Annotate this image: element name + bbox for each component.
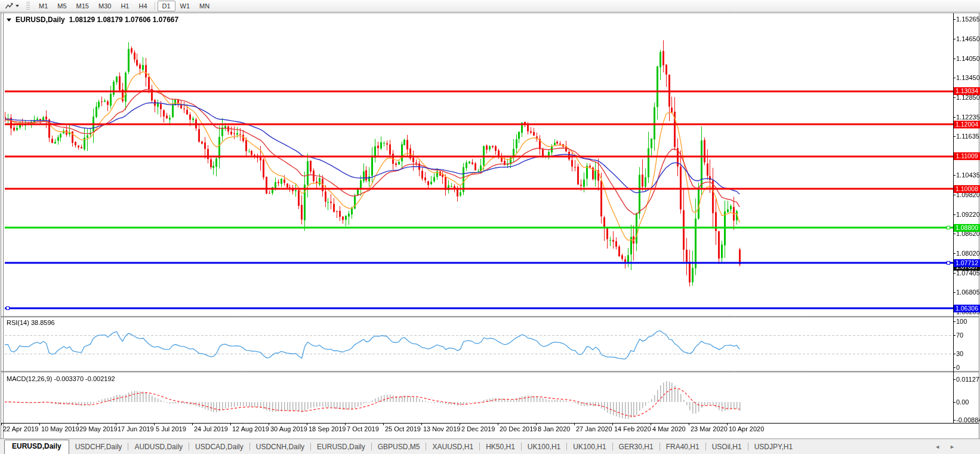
date-axis-label: 5 Jul 2019 xyxy=(156,425,186,432)
date-axis-label: 8 Jan 2020 xyxy=(538,425,570,432)
chart-tabs: EURUSD,DailyUSDCHF,DailyAUDUSD,DailyUSDC… xyxy=(4,440,799,454)
date-axis-label: 27 Jan 2020 xyxy=(576,425,612,432)
date-axis-label: 20 Dec 2019 xyxy=(500,425,537,432)
timeframe-toolbar: M1M5M15M30H1H4D1W1MN xyxy=(0,0,980,12)
timeframe-button-h1[interactable]: H1 xyxy=(116,1,134,11)
price-axis-label: 1.09220 xyxy=(956,211,980,218)
level-drag-handle[interactable] xyxy=(947,261,950,265)
date-axis-label: 25 Oct 2019 xyxy=(385,425,421,432)
timeframe-button-m15[interactable]: M15 xyxy=(72,1,94,11)
rsi-axis-label: 100 xyxy=(956,318,967,325)
date-axis-label: 10 May 2019 xyxy=(41,425,79,432)
date-axis-label: 18 Sep 2019 xyxy=(309,425,346,432)
chart-tab-usdchf-daily[interactable]: USDCHF,Daily xyxy=(69,440,128,454)
level-price-label[interactable]: 1.12004 xyxy=(954,121,980,128)
level-price-label[interactable]: 1.07712 xyxy=(954,259,980,267)
level-price-label[interactable]: 1.10008 xyxy=(954,185,980,193)
timeframe-button-d1[interactable]: D1 xyxy=(158,1,175,11)
chart-tab-usdcnh-daily[interactable]: USDCNH,Daily xyxy=(250,440,310,454)
chart-tab-fra40-h1[interactable]: FRA40,H1 xyxy=(660,440,705,454)
price-axis-label: 1.13450 xyxy=(956,74,980,81)
chart-title: EURUSD,Daily 1.08129 1.08179 1.07606 1.0… xyxy=(7,16,178,24)
level-price-label[interactable]: 1.08800 xyxy=(954,224,980,232)
price-axis-label: 1.14650 xyxy=(956,35,980,42)
toolbar-grip xyxy=(26,2,30,10)
chevron-down-icon[interactable] xyxy=(16,5,19,7)
rsi-indicator-label: RSI(14) 38.8596 xyxy=(7,319,55,326)
date-axis-label: 24 Jul 2019 xyxy=(194,425,228,432)
trading-terminal: M1M5M15M30H1H4D1W1MN EURUSD,Daily 1.0812… xyxy=(0,0,980,454)
date-axis-label: 7 Oct 2019 xyxy=(347,425,379,432)
tab-scroll-arrows: ◄ ► xyxy=(935,444,980,454)
tab-scroll-right-icon[interactable]: ► xyxy=(950,444,955,450)
chart-line-tool-icon xyxy=(5,2,14,10)
chart-tab-gbpusd-m5[interactable]: GBPUSD,M5 xyxy=(372,440,426,454)
chart-tab-uk100-h1[interactable]: UK100,H1 xyxy=(567,440,612,454)
price-axis-label: 1.08020 xyxy=(956,250,980,257)
date-axis-label: 12 Aug 2019 xyxy=(232,425,269,432)
date-axis-label: 30 Aug 2019 xyxy=(270,425,307,432)
date-axis-label: 22 Apr 2019 xyxy=(3,425,38,432)
chart-tab-usdcad-daily[interactable]: USDCAD,Daily xyxy=(189,440,249,454)
price-axis-label: 1.10435 xyxy=(956,171,980,179)
chart-symbol-label: EURUSD,Daily xyxy=(16,16,65,24)
rsi-axis-label: 0 xyxy=(956,364,960,371)
date-axis-label: 23 Mar 2020 xyxy=(691,425,728,432)
rsi-axis-label: 30 xyxy=(956,350,963,357)
price-chart-canvas[interactable] xyxy=(0,0,980,454)
level-price-label[interactable]: 1.06306 xyxy=(954,305,980,312)
price-axis-label: 1.12235 xyxy=(956,114,980,121)
level-drag-handle[interactable] xyxy=(6,306,10,310)
price-axis-label: 1.14050 xyxy=(956,55,980,62)
chart-tab-bar: EURUSD,DailyUSDCHF,DailyAUDUSD,DailyUSDC… xyxy=(0,438,980,454)
date-axis-label: 13 Nov 2019 xyxy=(423,425,460,432)
price-axis-label: 1.06805 xyxy=(956,289,980,296)
macd-axis-label: 0.00 xyxy=(956,398,969,406)
macd-axis-label: 0.011277 xyxy=(956,376,980,383)
chart-tab-usoil-h1[interactable]: USOil,H1 xyxy=(706,440,748,454)
date-axis-label: 17 Jun 2019 xyxy=(118,425,154,432)
chart-tab-audusd-daily[interactable]: AUDUSD,Daily xyxy=(128,440,189,454)
chart-tab-eurusd-daily[interactable]: EURUSD,Daily xyxy=(311,440,371,454)
date-axis-label: 10 Apr 2020 xyxy=(729,425,764,432)
timeframe-button-w1[interactable]: W1 xyxy=(175,1,195,11)
rsi-axis-label: 70 xyxy=(956,332,963,339)
chart-tab-ger30-h1[interactable]: GER30,H1 xyxy=(613,440,660,454)
date-axis-label: 4 Mar 2020 xyxy=(652,425,686,432)
tab-scroll-left-icon[interactable]: ◄ xyxy=(935,444,940,450)
level-price-label[interactable]: 1.11009 xyxy=(954,152,980,160)
timeframe-button-h4[interactable]: H4 xyxy=(134,1,152,11)
date-axis-label: 14 Feb 2020 xyxy=(614,425,651,432)
timeframe-button-mn[interactable]: MN xyxy=(195,1,214,11)
price-axis-label: 1.11635 xyxy=(956,133,979,140)
timeframe-button-m1[interactable]: M1 xyxy=(34,1,53,11)
chart-menu-arrow-icon[interactable] xyxy=(7,19,11,22)
timeframe-button-m30[interactable]: M30 xyxy=(94,1,116,11)
price-axis-label: 1.15265 xyxy=(956,16,980,23)
timeframe-buttons: M1M5M15M30H1H4D1W1MN xyxy=(34,1,214,11)
date-axis-label: 2 Dec 2019 xyxy=(461,425,495,432)
chart-tool-button[interactable] xyxy=(3,1,21,11)
toolbar-divider xyxy=(155,2,155,10)
date-axis-label: 29 May 2019 xyxy=(79,425,118,432)
timeframe-button-m5[interactable]: M5 xyxy=(53,1,71,11)
chart-tab-eurusd-daily[interactable]: EURUSD,Daily xyxy=(4,440,69,454)
chart-tab-xauusd-h1[interactable]: XAUUSD,H1 xyxy=(426,440,479,454)
macd-axis-label: -0.008845 xyxy=(956,416,980,424)
chart-ohlc-readout: 1.08129 1.08179 1.07606 1.07667 xyxy=(69,16,179,24)
macd-indicator-label: MACD(12,26,9) -0.003370 -0.002192 xyxy=(7,375,115,382)
level-drag-handle[interactable] xyxy=(947,226,950,229)
chart-tab-uk100-h1[interactable]: UK100,H1 xyxy=(522,440,566,454)
chart-tab-usdjpy-h1[interactable]: USDJPY,H1 xyxy=(748,440,799,454)
level-price-label[interactable]: 1.13034 xyxy=(954,87,980,95)
chart-tab-hk50-h1[interactable]: HK50,H1 xyxy=(480,440,521,454)
